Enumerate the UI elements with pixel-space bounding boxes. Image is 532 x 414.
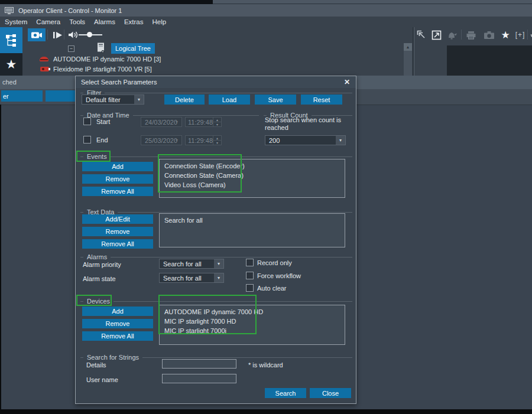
microphone-button[interactable] — [530, 30, 532, 40]
devices-remove-button[interactable]: Remove — [82, 319, 153, 328]
save-filter-button[interactable]: Save — [255, 94, 296, 105]
list-item[interactable]: Search for all — [164, 216, 340, 225]
sidebar-tab-favorites[interactable]: ★ — [0, 53, 22, 76]
spinner-arrows-icon[interactable]: ▴▾ — [213, 118, 221, 126]
start-date-select[interactable]: 24/03/2020 ▾ — [141, 117, 182, 127]
end-checkbox[interactable] — [83, 136, 91, 144]
alarm-skip-button[interactable] — [446, 30, 458, 40]
tree-root-selected[interactable]: Logical Tree — [111, 43, 155, 54]
print-icon — [466, 31, 476, 40]
details-label: Details — [86, 361, 106, 369]
print-button[interactable] — [465, 30, 477, 40]
menu-system[interactable]: System — [5, 18, 27, 25]
events-remove-button[interactable]: Remove — [82, 174, 153, 184]
sidebar-tab-logical-tree[interactable] — [0, 27, 22, 53]
close-icon[interactable]: ✕ — [342, 77, 352, 87]
details-input[interactable] — [162, 359, 236, 369]
chevron-down-icon: ▾ — [172, 136, 181, 145]
devices-add-button[interactable]: Add — [82, 307, 153, 316]
list-item[interactable]: Connection State (Encoder) — [164, 161, 340, 171]
reset-filter-button[interactable]: Reset — [301, 94, 342, 105]
toolbar-separator — [47, 30, 48, 40]
search-button[interactable]: Search — [265, 388, 306, 398]
menu-extras[interactable]: Extras — [124, 18, 144, 25]
events-add-button[interactable]: Add — [82, 162, 153, 171]
window-title: Operator Client - Control - Monitor 1 — [18, 7, 122, 14]
text-data-add-edit-button[interactable]: Add/Edit — [82, 214, 153, 224]
menu-bar: System Camera Tools Alarms Extras Help — [0, 17, 532, 27]
titlebar: Operator Client - Control - Monitor 1 — [0, 4, 532, 17]
tree-scrollbar[interactable]: ▲ — [404, 43, 412, 76]
list-item[interactable]: Connection State (Camera) — [164, 171, 340, 180]
text-data-remove-button[interactable]: Remove — [82, 227, 153, 236]
filter-select-value: Default filter — [86, 96, 121, 103]
devices-group-label: Devices — [87, 298, 110, 305]
dialog-title: Select Search Parameters — [81, 79, 157, 86]
result-count-select[interactable]: 200 ▾ — [265, 135, 346, 145]
events-remove-all-button[interactable]: Remove All — [82, 187, 153, 196]
menu-alarms[interactable]: Alarms — [94, 18, 115, 25]
menu-help[interactable]: Help — [152, 18, 166, 25]
auto-clear-checkbox[interactable] — [246, 284, 254, 292]
chevron-down-icon: ▾ — [172, 118, 181, 126]
background-window-titlebar — [213, 0, 532, 4]
alarm-priority-value: Search for all — [163, 260, 202, 268]
list-item[interactable]: MIC IP starlight 7000 HD — [164, 317, 340, 326]
restore-pane-button[interactable] — [416, 30, 427, 40]
panel-divider[interactable] — [413, 27, 414, 76]
alarm-priority-label: Alarm priority — [83, 261, 121, 268]
tree-expander[interactable]: − — [68, 45, 74, 52]
text-data-remove-all-button[interactable]: Remove All — [82, 239, 153, 249]
clipped-button-left[interactable]: er — [1, 90, 43, 102]
result-count-hint: Stop search when count is reached — [265, 116, 351, 132]
end-time-spinner[interactable]: 11:29:48 ▴▾ — [185, 135, 222, 145]
tree-item-autodome[interactable]: AUTODOME IP dynamic 7000 HD [3] — [53, 56, 161, 63]
start-label: Start — [96, 118, 110, 125]
delete-filter-button[interactable]: Delete — [164, 94, 205, 105]
box-camera-icon — [40, 67, 49, 71]
end-date-select[interactable]: 25/03/2020 ▾ — [141, 135, 182, 145]
events-list[interactable]: Connection State (Encoder) Connection St… — [159, 159, 345, 198]
clipped-header-text: ched — [2, 79, 17, 86]
spinner-arrows-icon[interactable]: ▴▾ — [213, 136, 221, 145]
menu-tools[interactable]: Tools — [69, 18, 85, 25]
alarm-priority-select[interactable]: Search for all ▾ — [159, 259, 224, 269]
start-time-spinner[interactable]: 11:29:48 ▴▾ — [185, 117, 222, 127]
tree-item-flexidome[interactable]: Flexidome IP starlight 7000 VR [5] — [53, 66, 152, 73]
alarm-state-select[interactable]: Search for all ▾ — [159, 273, 224, 283]
username-input[interactable] — [162, 374, 236, 383]
dialog-titlebar[interactable]: Select Search Parameters — [76, 76, 356, 88]
maximize-pane-button[interactable] — [430, 30, 442, 40]
chevron-down-icon: ▾ — [336, 136, 345, 145]
favorite-button[interactable]: ★ — [499, 30, 511, 40]
auto-clear-label: Auto clear — [257, 285, 287, 292]
close-button[interactable]: Close — [310, 388, 351, 398]
text-data-list[interactable]: Search for all — [159, 213, 345, 247]
toolbar-separator — [64, 30, 64, 40]
list-item[interactable]: AUTODOME IP dynamic 7000 HD — [164, 307, 340, 317]
menu-camera[interactable]: Camera — [36, 18, 60, 25]
video-pane[interactable] — [447, 45, 532, 76]
start-checkbox[interactable] — [83, 118, 91, 125]
volume-slider-handle[interactable] — [87, 32, 92, 37]
scroll-up-icon[interactable]: ▲ — [404, 43, 412, 51]
add-bookmark-button[interactable]: [+] — [514, 30, 527, 40]
force-workflow-checkbox[interactable] — [246, 272, 254, 279]
devices-list[interactable]: AUTODOME IP dynamic 7000 HD MIC IP starl… — [159, 305, 345, 345]
select-search-parameters-dialog: Select Search Parameters ✕ Filter Defaul… — [75, 76, 356, 404]
clipped-button-right[interactable] — [46, 90, 75, 102]
snapshot-button[interactable] — [483, 30, 495, 40]
operator-client-window: Operator Client - Control - Monitor 1 Sy… — [0, 0, 532, 414]
alarm-state-label: Alarm state — [83, 275, 116, 282]
audio-button[interactable] — [67, 30, 80, 40]
step-forward-icon — [53, 31, 63, 39]
load-filter-button[interactable]: Load — [209, 94, 250, 105]
step-forward-button[interactable] — [51, 30, 64, 40]
devices-remove-all-button[interactable]: Remove All — [82, 331, 153, 341]
list-item[interactable]: Video Loss (Camera) — [164, 180, 340, 190]
list-item[interactable]: MIC IP starlight 7000i — [164, 326, 340, 335]
end-time-value: 11:29:48 — [188, 137, 213, 144]
camera-view-button[interactable] — [28, 28, 46, 41]
filter-select[interactable]: Default filter ▾ — [82, 94, 144, 105]
record-only-checkbox[interactable] — [246, 259, 254, 266]
